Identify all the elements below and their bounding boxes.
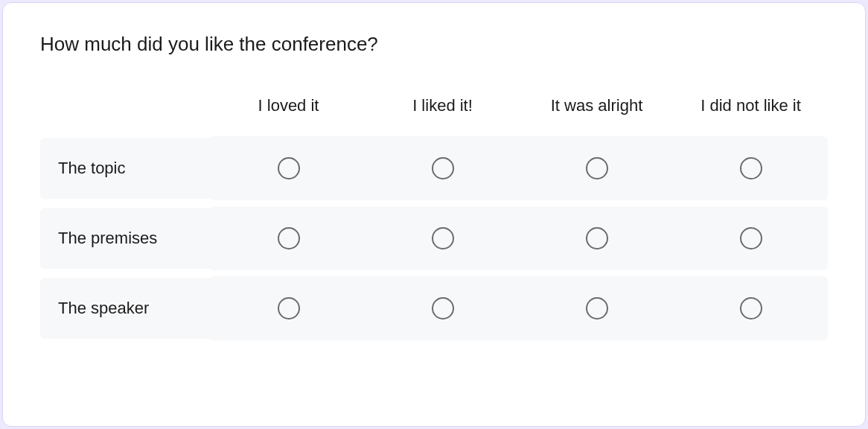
radio-cell [520, 276, 674, 340]
column-header: I liked it! [366, 86, 520, 136]
radio-option[interactable] [278, 227, 300, 250]
radio-cell [366, 276, 520, 340]
radio-cell [520, 206, 674, 270]
radio-cell [520, 136, 674, 200]
radio-option[interactable] [278, 157, 300, 179]
radio-option[interactable] [278, 297, 300, 320]
radio-option[interactable] [740, 297, 762, 320]
radio-cell [674, 206, 828, 270]
column-header: It was alright [520, 86, 674, 136]
column-header: I loved it [211, 86, 366, 136]
row-label: The speaker [40, 278, 211, 339]
radio-option[interactable] [586, 297, 608, 320]
radio-cell [211, 276, 366, 340]
radio-cell [366, 136, 520, 200]
question-title: How much did you like the conference? [40, 33, 828, 56]
column-header: I did not like it [674, 86, 828, 136]
row-label: The topic [40, 138, 211, 199]
radio-option[interactable] [432, 297, 454, 320]
radio-option[interactable] [740, 227, 762, 250]
radio-option[interactable] [432, 157, 454, 179]
radio-cell [211, 206, 366, 270]
radio-option[interactable] [432, 227, 454, 250]
radio-option[interactable] [740, 157, 762, 179]
radio-cell [366, 206, 520, 270]
question-card: How much did you like the conference? I … [2, 2, 866, 427]
radio-option[interactable] [586, 157, 608, 179]
row-label: The premises [40, 208, 211, 269]
rating-grid: I loved it I liked it! It was alright I … [40, 86, 828, 346]
radio-cell [674, 276, 828, 340]
radio-cell [211, 136, 366, 200]
radio-option[interactable] [586, 227, 608, 250]
radio-cell [674, 136, 828, 200]
